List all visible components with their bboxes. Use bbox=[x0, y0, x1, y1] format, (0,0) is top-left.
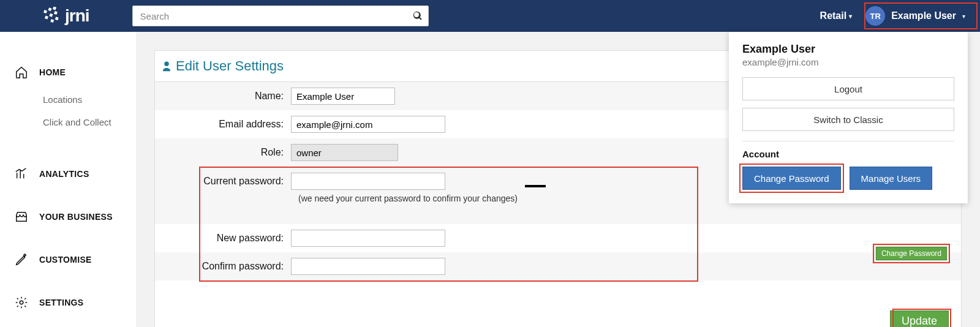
row-confirm-password: Confirm password: bbox=[155, 252, 961, 280]
gear-icon bbox=[15, 296, 28, 309]
search-icon bbox=[413, 11, 423, 21]
role-input bbox=[291, 144, 398, 161]
user-icon bbox=[161, 61, 172, 72]
label-name: Name: bbox=[155, 91, 291, 102]
home-icon bbox=[15, 66, 28, 79]
current-password-input[interactable] bbox=[291, 173, 445, 190]
sidebar-item-label: YOUR BUSINESS bbox=[39, 212, 113, 222]
brand-mark-icon bbox=[43, 7, 61, 25]
label-email: Email address: bbox=[155, 119, 291, 130]
svg-rect-6 bbox=[50, 19, 54, 23]
svg-point-8 bbox=[20, 301, 23, 304]
company-dropdown-label: Retail bbox=[820, 10, 847, 21]
sidebar: HOME Locations Click and Collect ANALYTI… bbox=[0, 32, 136, 327]
svg-rect-0 bbox=[43, 10, 47, 13]
annotation-highlight: Change Password bbox=[873, 244, 950, 263]
brand-text: jrni bbox=[65, 6, 89, 26]
sidebar-item-settings[interactable]: SETTINGS bbox=[0, 287, 136, 318]
label-current-password: Current password: bbox=[155, 176, 291, 187]
switch-classic-button[interactable]: Switch to Classic bbox=[742, 108, 954, 131]
company-dropdown[interactable]: Retail ▾ bbox=[820, 10, 853, 21]
popover-user-name: Example User bbox=[742, 43, 954, 56]
svg-rect-7 bbox=[55, 17, 59, 20]
caret-down-icon: ▾ bbox=[849, 13, 852, 20]
sidebar-sub-locations[interactable]: Locations bbox=[0, 88, 136, 111]
user-dropdown-label: Example User bbox=[891, 10, 956, 21]
name-input[interactable] bbox=[291, 88, 395, 105]
search-wrap bbox=[132, 6, 429, 26]
search-input[interactable] bbox=[132, 6, 429, 26]
change-password-button[interactable]: Change Password bbox=[742, 167, 841, 190]
sidebar-item-analytics[interactable]: ANALYTICS bbox=[0, 158, 136, 190]
user-popover: Example User example@jrni.com Logout Swi… bbox=[729, 32, 968, 203]
confirm-password-input[interactable] bbox=[291, 258, 445, 275]
avatar: TR bbox=[865, 6, 885, 26]
svg-rect-3 bbox=[45, 15, 48, 19]
sidebar-item-label: SETTINGS bbox=[39, 298, 83, 307]
new-password-input[interactable] bbox=[291, 230, 445, 247]
svg-rect-1 bbox=[48, 7, 52, 11]
sidebar-item-label: HOME bbox=[39, 67, 66, 77]
sidebar-item-home[interactable]: HOME bbox=[0, 56, 136, 88]
user-dropdown[interactable]: TR Example User ▾ bbox=[863, 5, 968, 27]
logout-button[interactable]: Logout bbox=[742, 77, 954, 100]
brand-logo: jrni bbox=[43, 6, 89, 26]
annotation-dash bbox=[525, 185, 546, 187]
label-confirm-password: Confirm password: bbox=[155, 261, 291, 272]
svg-rect-5 bbox=[54, 11, 58, 15]
label-role: Role: bbox=[155, 147, 291, 158]
store-icon bbox=[15, 210, 28, 224]
popover-account-section: Account Change Password Manage Users bbox=[742, 149, 954, 190]
update-button[interactable]: Update bbox=[890, 310, 949, 327]
sidebar-item-business[interactable]: YOUR BUSINESS bbox=[0, 201, 136, 233]
svg-rect-2 bbox=[53, 7, 56, 10]
topbar-right: Retail ▾ TR Example User ▾ bbox=[820, 5, 968, 27]
row-new-password: New password: bbox=[155, 224, 961, 252]
caret-down-icon: ▾ bbox=[962, 13, 965, 20]
label-new-password: New password: bbox=[155, 233, 291, 244]
sidebar-sub-click-collect[interactable]: Click and Collect bbox=[0, 111, 136, 133]
pencil-icon bbox=[15, 253, 28, 266]
divider bbox=[742, 141, 954, 141]
analytics-icon bbox=[15, 167, 28, 181]
sidebar-item-label: ANALYTICS bbox=[39, 169, 89, 179]
manage-users-button[interactable]: Manage Users bbox=[850, 167, 933, 190]
popover-account-heading: Account bbox=[742, 149, 954, 159]
email-input[interactable] bbox=[291, 116, 445, 133]
topbar: jrni Retail ▾ TR Example User ▾ bbox=[0, 0, 980, 32]
change-password-button[interactable]: Change Password bbox=[876, 247, 947, 260]
popover-user-email: example@jrni.com bbox=[742, 57, 954, 67]
sidebar-item-label: CUSTOMISE bbox=[39, 255, 92, 265]
sidebar-item-customise[interactable]: CUSTOMISE bbox=[0, 244, 136, 276]
svg-rect-4 bbox=[49, 13, 53, 17]
